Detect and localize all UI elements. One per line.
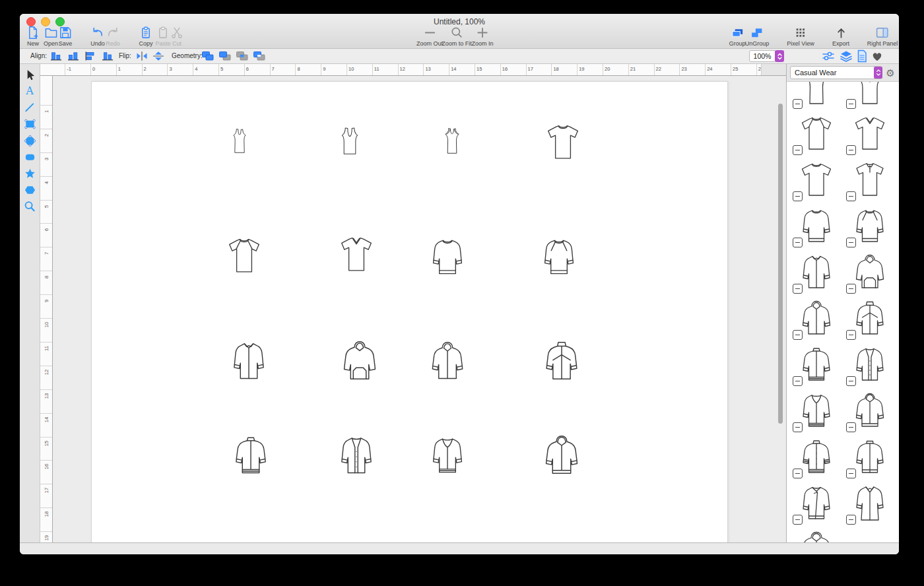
remove-stencil-button[interactable] (846, 376, 856, 386)
vneck-tshirt-shape[interactable] (338, 236, 375, 274)
stencil-category-dropdown[interactable]: Casual Wear (790, 66, 882, 79)
export-button[interactable]: Export (832, 26, 849, 47)
align-bottom-left-button[interactable] (49, 51, 63, 61)
remove-stencil-button[interactable] (846, 238, 856, 247)
remove-stencil-button[interactable] (793, 515, 803, 525)
remove-stencil-button[interactable] (793, 145, 803, 155)
zoom-level-field[interactable]: 100% (749, 50, 776, 62)
zoom-out-button[interactable]: Zoom Out (416, 26, 443, 47)
undo-button[interactable]: Undo (90, 26, 105, 47)
align-bottom-right-button[interactable] (66, 51, 81, 61)
stencil-hoodie[interactable] (845, 249, 894, 296)
remove-stencil-button[interactable] (846, 469, 856, 478)
stencil-raglan-tshirt[interactable] (792, 111, 841, 157)
subtract-button[interactable] (218, 51, 232, 61)
remove-stencil-button[interactable] (846, 515, 856, 525)
stencil-vneck-tshirt[interactable] (845, 111, 894, 157)
stencil-trench-coat[interactable] (845, 480, 894, 527)
stencil-windbreaker-jacket[interactable] (845, 296, 894, 342)
remove-stencil-button[interactable] (793, 376, 803, 386)
stencil-tshirt[interactable] (792, 157, 841, 203)
cut-button[interactable]: Cut (170, 26, 184, 47)
rectangle-tool[interactable] (24, 118, 36, 130)
remove-stencil-button[interactable] (793, 99, 803, 109)
redo-button[interactable]: Redo (106, 26, 120, 47)
shirt-jacket-shape[interactable] (228, 341, 269, 382)
new-button[interactable]: New (26, 26, 40, 47)
zip-hoodie-shape[interactable] (427, 341, 468, 382)
layers-toggle-button[interactable] (839, 51, 853, 61)
group-button[interactable]: Group (729, 26, 745, 47)
stencil-zip-hoodie[interactable] (792, 296, 841, 342)
zoom-to-fit-button[interactable]: Zoom to Fit (442, 26, 472, 47)
track-jacket-shape[interactable] (230, 436, 271, 476)
flip-horizontal-button[interactable] (135, 51, 149, 61)
hooded-jacket-shape[interactable] (542, 435, 581, 477)
stencil-cardigan[interactable] (845, 342, 894, 388)
cardigan-shape[interactable] (337, 436, 376, 476)
racerback-tank-shape[interactable] (440, 121, 465, 161)
sweatshirt-shape[interactable] (427, 238, 468, 277)
remove-stencil-button[interactable] (793, 191, 803, 201)
tank-top-shape[interactable] (228, 121, 251, 161)
stencil-sweatshirt[interactable] (792, 203, 841, 249)
stencil-shirt-jacket[interactable] (792, 249, 841, 296)
align-top-left-button[interactable] (83, 51, 98, 61)
open-button[interactable]: Open (44, 26, 58, 47)
remove-stencil-button[interactable] (793, 422, 803, 432)
zoom-level-stepper[interactable] (775, 50, 784, 62)
save-button[interactable]: Save (59, 26, 73, 47)
stencil-zip-jacket[interactable] (845, 434, 894, 480)
line-tool[interactable] (24, 102, 36, 114)
copy-button[interactable]: Copy (139, 26, 152, 47)
remove-stencil-button[interactable] (793, 330, 803, 340)
hoodie-shape[interactable] (339, 341, 380, 383)
pixel-view-button[interactable]: Pixel View (787, 26, 814, 47)
remove-stencil-button[interactable] (846, 145, 856, 155)
bomber-jacket-shape[interactable] (427, 436, 468, 476)
canvas-vertical-scrollbar[interactable] (778, 104, 783, 424)
drawing-canvas[interactable] (53, 76, 786, 543)
raglan-tshirt-shape[interactable] (226, 237, 263, 275)
wide-tank-top-shape[interactable] (337, 121, 363, 161)
paste-button[interactable]: Paste (155, 26, 170, 47)
stencil-wide-tank-top[interactable] (845, 82, 894, 111)
flip-vertical-button[interactable] (151, 51, 166, 61)
remove-stencil-button[interactable] (846, 284, 856, 294)
remove-stencil-button[interactable] (846, 330, 856, 340)
document-toggle-button[interactable] (855, 51, 869, 61)
text-tool[interactable]: A (24, 85, 36, 97)
stencil-polo-shirt[interactable] (845, 157, 894, 203)
remove-stencil-button[interactable] (793, 238, 803, 247)
raglan-sweatshirt-shape[interactable] (539, 238, 579, 277)
remove-stencil-button[interactable] (793, 469, 803, 478)
stencil-varsity-jacket[interactable] (792, 434, 841, 480)
stencil-hooded-jacket[interactable] (845, 388, 894, 434)
align-baseline-button[interactable] (100, 51, 115, 61)
zoom-tool[interactable] (24, 201, 36, 212)
star-tool[interactable] (24, 168, 36, 179)
stencil-bomber-jacket[interactable] (792, 388, 841, 434)
heart-toggle-button[interactable] (870, 51, 884, 61)
right-panel-button[interactable]: Right Panel (867, 26, 898, 47)
zoom-in-button[interactable]: Zoom In (471, 26, 493, 47)
remove-stencil-button[interactable] (793, 284, 803, 294)
remove-stencil-button[interactable] (846, 422, 856, 432)
stencil-parka[interactable] (792, 527, 841, 543)
union-button[interactable] (201, 51, 215, 61)
intersect-button[interactable] (235, 51, 249, 61)
remove-stencil-button[interactable] (846, 191, 856, 201)
sliders-toggle-button[interactable] (821, 51, 836, 61)
exclude-button[interactable] (252, 51, 267, 61)
polygon-tool[interactable] (24, 184, 36, 196)
stencil-raglan-sweatshirt[interactable] (845, 203, 894, 249)
stencil-tank-top[interactable] (792, 82, 841, 111)
stencil-biker-jacket[interactable] (792, 480, 841, 527)
stencil-settings-gear-icon[interactable]: ⚙ (884, 68, 896, 78)
remove-stencil-button[interactable] (846, 99, 856, 109)
stencil-track-jacket[interactable] (792, 342, 841, 388)
tshirt-shape[interactable] (544, 123, 581, 162)
ellipse-tool[interactable] (24, 135, 36, 146)
pointer-tool[interactable] (24, 69, 36, 81)
windbreaker-jacket-shape[interactable] (541, 341, 582, 383)
